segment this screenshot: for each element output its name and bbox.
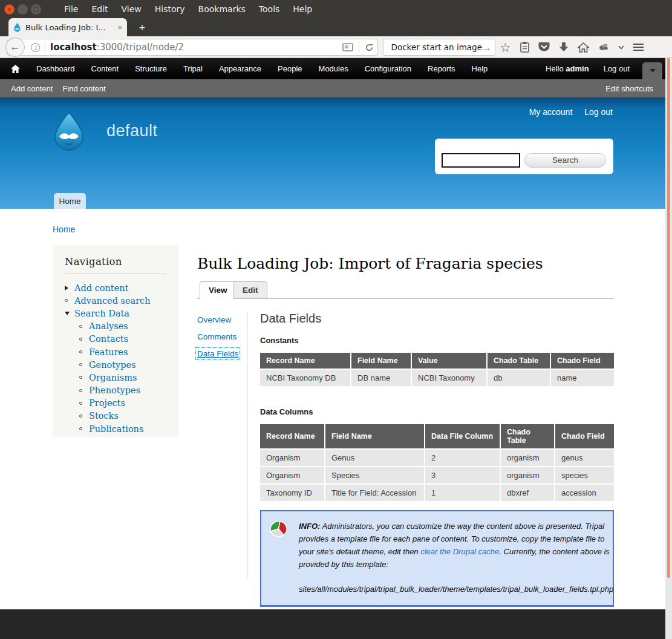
url-text[interactable]: localhost:3000/tripal/node/2 xyxy=(50,42,184,53)
tab-close-icon[interactable]: × xyxy=(117,23,122,32)
window-controls: × – ▢ xyxy=(4,4,41,15)
sidebar-item-contacts[interactable]: Contacts xyxy=(79,333,166,346)
bookmark-star-icon[interactable]: ☆ xyxy=(500,41,511,54)
sidebar-link[interactable]: Search Data xyxy=(74,309,129,318)
scrollbar-track[interactable] xyxy=(665,58,672,639)
subnav-overview[interactable]: Overview xyxy=(197,315,238,324)
menu-tools[interactable]: Tools xyxy=(259,4,280,14)
admin-item-configuration[interactable]: Configuration xyxy=(365,64,411,73)
sidebar-item-analyses[interactable]: Analyses xyxy=(79,320,166,333)
menu-bookmarks[interactable]: Bookmarks xyxy=(198,4,246,14)
col-header: Field Name xyxy=(351,353,411,369)
bookmarks-sidebar-icon[interactable] xyxy=(520,42,529,53)
expanded-arrow-icon[interactable] xyxy=(65,312,74,315)
sidebar-item-add-content[interactable]: Add content xyxy=(65,281,166,294)
sidebar-item-publications[interactable]: Publications xyxy=(79,422,166,435)
sidebar-item-advanced-search[interactable]: Advanced search xyxy=(65,294,166,307)
sidebar-item-stocks[interactable]: Stocks xyxy=(79,410,166,422)
browser-search-value[interactable]: Docker start an image xyxy=(391,42,482,52)
admin-logout-link[interactable]: Log out xyxy=(604,64,630,73)
sidebar-link[interactable]: Advanced search xyxy=(74,296,151,306)
sidebar-item-projects[interactable]: Projects xyxy=(79,397,166,410)
window-close-button[interactable]: × xyxy=(4,4,15,15)
data-columns-label: Data Columns xyxy=(260,407,614,416)
header-logout-link[interactable]: Log out xyxy=(584,107,613,117)
admin-item-reports[interactable]: Reports xyxy=(428,64,455,73)
admin-username[interactable]: admin xyxy=(566,64,589,73)
sidebar-link[interactable]: Stocks xyxy=(89,411,119,421)
shortcut-find-content[interactable]: Find content xyxy=(62,84,106,93)
sidebar-item-genotypes[interactable]: Genotypes xyxy=(79,358,166,371)
site-search-input[interactable] xyxy=(442,153,520,168)
sidebar-link[interactable]: Organisms xyxy=(89,373,137,382)
sidebar-item-features[interactable]: Features xyxy=(79,346,166,358)
menu-hamburger-icon[interactable] xyxy=(633,42,644,53)
search-go-icon[interactable]: → xyxy=(482,42,491,53)
menu-file[interactable]: File xyxy=(64,4,78,14)
browser-tab[interactable]: Bulk Loading Job: I... × xyxy=(8,18,127,36)
menu-help[interactable]: Help xyxy=(293,4,312,14)
window-maximize-button[interactable]: ▢ xyxy=(31,4,41,15)
site-name[interactable]: default xyxy=(106,122,158,140)
reload-icon[interactable] xyxy=(365,43,374,52)
table-row: Taxonomy ID Title for Field: Accession 1… xyxy=(260,484,614,501)
site-search-button[interactable]: Search xyxy=(524,153,606,168)
admin-home-icon[interactable] xyxy=(11,65,20,73)
sidebar-link[interactable]: Analyses xyxy=(89,321,128,331)
tab-view[interactable]: View xyxy=(200,281,237,299)
reader-mode-icon[interactable] xyxy=(342,43,353,51)
subnav-data-fields[interactable]: Data Fields xyxy=(197,349,238,358)
breadcrumb[interactable]: Home xyxy=(53,224,75,234)
window-minimize-button[interactable]: – xyxy=(18,4,28,15)
constants-table: Record Name Field Name Value Chado Table… xyxy=(260,353,614,386)
admin-item-help[interactable]: Help xyxy=(472,64,488,73)
sidebar-link[interactable]: Add content xyxy=(74,283,128,293)
browser-search-bar[interactable]: Docker start an image → xyxy=(383,39,495,56)
sidebar-link[interactable]: Features xyxy=(89,347,128,357)
page-title: Bulk Loading Job: Import of Fragaria spe… xyxy=(197,255,543,272)
sidebar-link[interactable]: Projects xyxy=(89,398,125,408)
main-menu-home-tab[interactable]: Home xyxy=(54,193,86,209)
edit-shortcuts-link[interactable]: Edit shortcuts xyxy=(605,84,653,93)
cell: db xyxy=(487,369,550,386)
extension-icon[interactable] xyxy=(598,43,609,51)
admin-item-tripal[interactable]: Tripal xyxy=(183,64,203,73)
home-icon[interactable] xyxy=(578,42,589,53)
sidebar-item-search-data[interactable]: Search Data xyxy=(65,307,166,320)
sidebar-link[interactable]: Phenotypes xyxy=(89,385,140,395)
sidebar-link[interactable]: Publications xyxy=(89,424,143,434)
my-account-link[interactable]: My account xyxy=(529,107,573,117)
sidebar-link[interactable]: Contacts xyxy=(89,334,128,344)
sidebar-item-phenotypes[interactable]: Phenotypes xyxy=(79,384,166,397)
admin-item-people[interactable]: People xyxy=(278,64,302,73)
shortcut-toggle-button[interactable] xyxy=(642,62,662,79)
site-footer xyxy=(0,609,672,639)
admin-item-dashboard[interactable]: Dashboard xyxy=(36,64,75,73)
constants-label: Constants xyxy=(260,336,614,345)
admin-item-appearance[interactable]: Appearance xyxy=(219,64,261,73)
clear-cache-link[interactable]: clear the Drupal cache xyxy=(420,547,499,556)
url-bar[interactable]: ← i localhost:3000/tripal/node/2 xyxy=(7,39,378,56)
admin-item-structure[interactable]: Structure xyxy=(135,64,167,73)
subnav-comments[interactable]: Comments xyxy=(197,332,238,341)
navigation-divider xyxy=(65,273,166,274)
chevron-down-icon[interactable] xyxy=(618,45,624,50)
back-button[interactable]: ← xyxy=(5,38,25,57)
shortcut-add-content[interactable]: Add content xyxy=(11,84,53,93)
sidebar-item-organisms[interactable]: Organisms xyxy=(79,371,166,384)
site-info-icon[interactable]: i xyxy=(31,43,40,52)
drupal-logo[interactable] xyxy=(51,112,86,151)
leaf-bullet-icon xyxy=(79,427,89,430)
menu-history[interactable]: History xyxy=(155,4,185,14)
collapsed-arrow-icon[interactable] xyxy=(65,286,74,290)
new-tab-button[interactable]: + xyxy=(133,20,151,36)
scrollbar-thumb[interactable] xyxy=(667,58,670,578)
pocket-icon[interactable] xyxy=(538,42,550,53)
menu-edit[interactable]: Edit xyxy=(91,4,108,14)
download-icon[interactable] xyxy=(559,42,569,53)
sidebar-link[interactable]: Genotypes xyxy=(89,360,136,370)
tab-edit[interactable]: Edit xyxy=(233,281,267,299)
menu-view[interactable]: View xyxy=(122,4,142,14)
admin-item-modules[interactable]: Modules xyxy=(319,64,348,73)
admin-item-content[interactable]: Content xyxy=(91,64,119,73)
